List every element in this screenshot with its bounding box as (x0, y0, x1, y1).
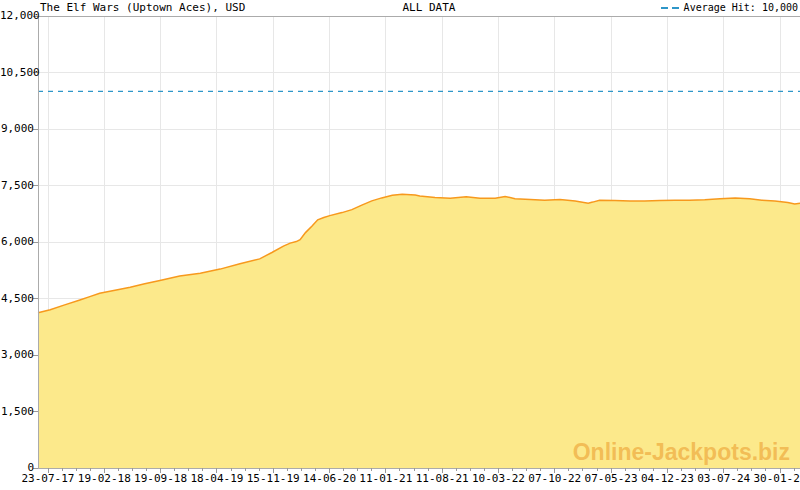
x-axis-tick-label: 19-02-18 (72, 472, 136, 485)
x-axis-tick-label: 07-10-22 (523, 472, 587, 485)
y-axis-tick-label: 10,500 (0, 66, 34, 79)
y-axis-tick-label: 9,000 (0, 122, 34, 135)
x-axis-tick-label: 10-03-22 (466, 472, 530, 485)
x-axis-tick-label: 30-01-25 (748, 472, 800, 485)
y-axis-tick-label: 1,500 (0, 405, 34, 418)
jackpot-area-chart (0, 0, 800, 490)
x-axis-tick-label: 03-07-24 (692, 472, 756, 485)
x-axis-tick-label: 15-11-19 (241, 472, 305, 485)
x-axis-tick-label: 11-08-21 (410, 472, 474, 485)
x-axis-tick-label: 23-07-17 (16, 472, 80, 485)
y-axis-tick-label: 4,500 (0, 292, 34, 305)
x-axis-tick-label: 18-04-19 (185, 472, 249, 485)
y-axis-tick-label: 7,500 (0, 179, 34, 192)
x-axis-tick-label: 11-01-21 (354, 472, 418, 485)
site-watermark: Online-Jackpots.biz (573, 439, 790, 466)
y-axis-tick-label: 12,000 (0, 9, 34, 22)
x-axis-tick-label: 07-05-23 (579, 472, 643, 485)
x-axis-tick-label: 04-12-23 (635, 472, 699, 485)
x-axis-tick-label: 19-09-18 (129, 472, 193, 485)
y-axis-tick-label: 6,000 (0, 235, 34, 248)
jackpot-chart-page: The Elf Wars (Uptown Aces), USD ALL DATA… (0, 0, 800, 490)
y-axis-tick-label: 3,000 (0, 348, 34, 361)
x-axis-tick-label: 14-06-20 (298, 472, 362, 485)
